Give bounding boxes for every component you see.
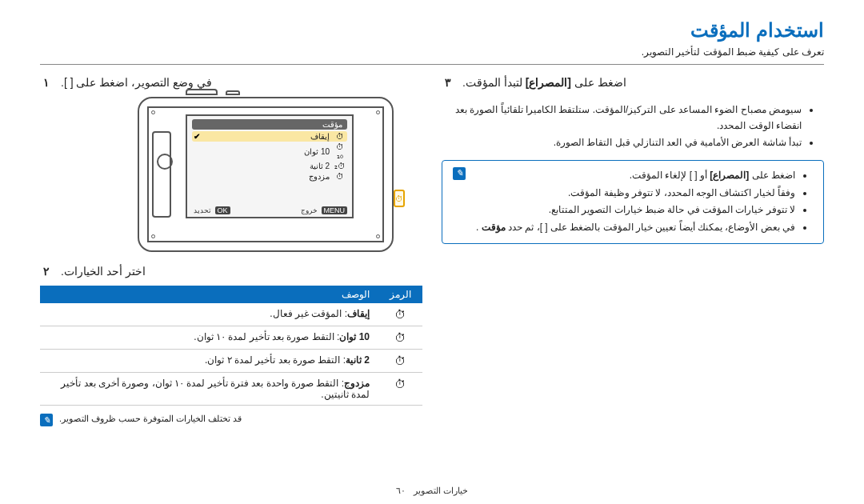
- camera-ok-label: تحديد: [192, 206, 213, 214]
- options-table-header-icon: الرمز: [378, 286, 422, 303]
- camera-side-badge: ⏱: [394, 190, 405, 207]
- camera-corner-dot: [151, 234, 155, 238]
- camera-menu-row-10s[interactable]: ⏱︎₁₀ 10 ثوان: [192, 142, 347, 161]
- tip-4-b: .: [476, 222, 478, 233]
- timer-off-icon: ⏱︎: [378, 303, 422, 326]
- camera-illustration: مؤقت ⏱︎ إيقاف ✔ ⏱︎₁₀ 10 ثوان: [138, 97, 394, 252]
- camera-menu-row-off[interactable]: ⏱︎ إيقاف ✔: [192, 131, 347, 142]
- page-footer: خيارات التصوير ٦٠: [40, 486, 824, 496]
- table-row: ⏱︎ 10 ثوان: التقط صورة بعد تأخير لمدة ١٠…: [40, 326, 422, 350]
- check-icon: ✔: [194, 132, 200, 141]
- tip-4-a: في بعض الأوضاع، يمكنك أيضاً تعيين خيار ا…: [506, 222, 795, 233]
- table-row: ⏱︎ مزدوج: التقط صورة واحدة بعد فترة تأخي…: [40, 373, 422, 406]
- camera-menu-title: مؤقت: [192, 119, 347, 130]
- step-3-heading-bold: [المصراع]: [526, 76, 571, 89]
- option-label: 2 ثانية: [346, 354, 370, 366]
- camera-menu-row-2s-label: 2 ثانية: [310, 162, 330, 170]
- options-table-header-desc: الوصف: [40, 286, 378, 303]
- divider: [40, 64, 824, 65]
- camera-menu-row-10s-label: 10 ثوان: [304, 147, 330, 156]
- option-label: 10 ثوان: [339, 331, 370, 342]
- list-item: وفقاً لخيار اكتشاف الوجه المحدد، لا تتوف…: [476, 185, 795, 202]
- list-item: تبدأ شاشة العرض الأمامية في العد التنازل…: [442, 134, 802, 150]
- step-3-heading: اضغط على [المصراع] لتبدأ المؤقت.: [462, 76, 626, 89]
- footer-page: ٦٠: [396, 486, 406, 495]
- camera-menu-row-off-label: إيقاف: [310, 132, 330, 141]
- step-2-number: ٢: [40, 265, 53, 278]
- step-1-text-span: في وضع التصوير، اضغط على [ ].: [61, 76, 212, 89]
- timer-10-icon: ⏱︎₁₀: [334, 142, 346, 160]
- step-2: ٢ اختر أحد الخيارات.: [40, 265, 422, 278]
- timer-2-icon: ⏱︎: [378, 350, 422, 373]
- timer-2-icon: ⏱︎₂: [334, 162, 346, 170]
- options-table: الرمز الوصف ⏱︎ إيقاف: المؤقت غير فعال. ⏱…: [40, 286, 422, 406]
- list-item: في بعض الأوضاع، يمكنك أيضاً تعيين خيار ا…: [476, 219, 795, 237]
- option-label: مزدوج: [344, 378, 370, 389]
- camera-dpad[interactable]: [157, 154, 173, 170]
- page-title: استخدام المؤقت: [40, 19, 824, 42]
- list-item: سيومض مصباح الضوء المساعد على التركيز/ال…: [442, 102, 802, 134]
- option-desc: : التقط صورة بعد تأخير لمدة ١٠ ثوان.: [194, 331, 339, 342]
- list-item: لا تتوفر خيارات المؤقت في حالة ضبط خيارا…: [476, 202, 795, 219]
- step-2-text: اختر أحد الخيارات.: [61, 265, 146, 278]
- page-intro: تعرف على كيفية ضبط المؤقت لتأخير التصوير…: [40, 46, 824, 58]
- footer-section: خيارات التصوير: [414, 486, 468, 495]
- tip-box: ✎ اضغط على [المصراع] أو [ ] لإلغاء المؤق…: [442, 160, 824, 243]
- timer-off-icon: ⏱︎: [334, 132, 346, 141]
- table-row: ⏱︎ إيقاف: المؤقت غير فعال.: [40, 303, 422, 326]
- option-label: إيقاف: [347, 308, 370, 319]
- step-1-text: في وضع التصوير، اضغط على [ ].: [61, 76, 212, 89]
- step-3-heading-a: اضغط على: [571, 76, 626, 89]
- option-desc: : التقط صورة واحدة بعد فترة تأخير لمدة ١…: [61, 378, 370, 400]
- camera-dpad-frame: [152, 131, 171, 218]
- camera-menu-row-double-label: مزدوج: [309, 172, 330, 181]
- note-icon: ✎: [40, 414, 53, 426]
- step-3-number: ٣: [442, 76, 454, 94]
- option-desc: : التقط صورة بعد تأخير لمدة ٢ ثوان.: [205, 354, 346, 366]
- tip-icon: ✎: [453, 167, 466, 180]
- step-3-bullets: سيومض مصباح الضوء المساعد على التركيز/ال…: [442, 102, 824, 150]
- option-desc: : المؤقت غير فعال.: [270, 308, 347, 319]
- camera-ok-key: OK: [215, 206, 230, 214]
- tip-1-a: اضغط على: [749, 170, 795, 181]
- tip-4-bold: مؤقت: [482, 222, 506, 233]
- tip-1-bold: [المصراع]: [710, 170, 749, 181]
- camera-corner-dot: [376, 234, 380, 238]
- camera-menu-label: خروج: [299, 206, 319, 214]
- step-1: ١ في وضع التصوير، اضغط على [ ].: [40, 76, 422, 89]
- table-row: ⏱︎ 2 ثانية: التقط صورة بعد تأخير لمدة ٢ …: [40, 350, 422, 373]
- camera-menu-row-2s[interactable]: ⏱︎₂ 2 ثانية: [192, 161, 347, 171]
- table-footnote: ✎ قد تختلف الخيارات المتوفرة حسب ظروف ال…: [40, 414, 422, 426]
- timer-double-icon: ⏱︎: [334, 172, 346, 181]
- camera-corner-dot: [376, 110, 380, 114]
- camera-menu-key: MENU: [322, 206, 348, 214]
- table-footnote-text: قد تختلف الخيارات المتوفرة حسب ظروف التص…: [59, 414, 242, 426]
- step-3: ٣ اضغط على [المصراع] لتبدأ المؤقت.: [442, 76, 824, 94]
- camera-menu-row-double[interactable]: ⏱︎ مزدوج: [192, 171, 347, 182]
- step-1-number: ١: [40, 76, 53, 89]
- timer-10-icon: ⏱︎: [378, 326, 422, 350]
- step-3-heading-b: لتبدأ المؤقت.: [462, 76, 522, 89]
- list-item: اضغط على [المصراع] أو [ ] لإلغاء المؤقت.: [476, 167, 795, 185]
- tip-1-b: أو [ ] لإلغاء المؤقت.: [630, 170, 707, 181]
- camera-screen: مؤقت ⏱︎ إيقاف ✔ ⏱︎₁₀ 10 ثوان: [186, 114, 354, 218]
- timer-double-icon: ⏱︎: [378, 373, 422, 406]
- camera-corner-dot: [151, 110, 155, 114]
